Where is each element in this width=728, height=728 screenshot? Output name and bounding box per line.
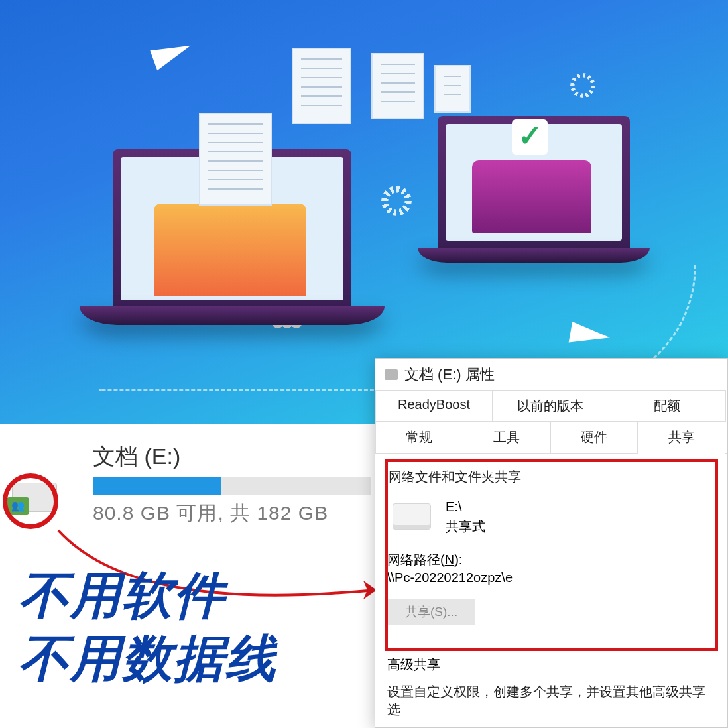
dialog-title: 文档 (E:) 属性 <box>404 365 495 385</box>
advanced-share-desc: 设置自定义权限，创建多个共享，并设置其他高级共享选 <box>387 683 715 719</box>
drive-thumb-icon <box>393 503 431 530</box>
tab-previous[interactable]: 以前的版本 <box>492 390 609 422</box>
tab-strip: ReadyBoost 以前的版本 配额 常规 工具 硬件 共享 <box>375 391 727 454</box>
document-icon <box>434 65 471 113</box>
promo-captions: 不用软件 不用数据线 <box>19 564 277 690</box>
paper-plane-icon <box>569 322 612 349</box>
document-icon <box>199 113 272 206</box>
share-button[interactable]: 共享(S)... <box>387 599 475 625</box>
caption-line-2: 不用数据线 <box>19 627 277 690</box>
paper-plane-icon <box>150 37 194 71</box>
folder-icon <box>154 204 306 296</box>
tab-readyboost[interactable]: ReadyBoost <box>375 390 493 422</box>
folder-icon <box>472 160 591 233</box>
dialog-titlebar[interactable]: 文档 (E:) 属性 <box>375 359 727 391</box>
share-path: E:\ <box>446 497 485 516</box>
document-icon <box>371 53 424 119</box>
loading-spinner-icon <box>570 73 595 98</box>
checkmark-icon <box>512 119 548 155</box>
share-status: 共享式 <box>446 516 485 536</box>
document-icon <box>292 48 351 124</box>
tab-general[interactable]: 常规 <box>375 421 463 453</box>
advanced-share-label: 高级共享 <box>387 656 715 674</box>
network-path-value: \\Pc-20220212ozpz\e <box>387 570 715 585</box>
laptop-base <box>80 306 385 325</box>
drive-small-icon <box>385 369 398 380</box>
tab-tools[interactable]: 工具 <box>463 421 551 453</box>
caption-line-1: 不用软件 <box>19 564 277 627</box>
laptop-base <box>418 248 650 263</box>
tab-quota[interactable]: 配额 <box>609 390 726 422</box>
network-path-label-text: 网络路径(N): <box>387 552 462 567</box>
drive-free-text: 80.8 GB 可用, 共 182 GB <box>93 500 361 527</box>
loading-spinner-icon <box>381 186 412 216</box>
tab-hardware[interactable]: 硬件 <box>550 421 638 453</box>
drive-usage-fill <box>93 477 221 495</box>
sharing-panel: 网络文件和文件夹共享 E:\ 共享式 网络路径(N): \\Pc-2022021… <box>375 454 727 725</box>
properties-dialog: 文档 (E:) 属性 ReadyBoost 以前的版本 配额 常规 工具 硬件 … <box>375 358 728 728</box>
drive-usage-bar <box>93 477 371 495</box>
network-share-group-label: 网络文件和文件夹共享 <box>389 468 714 486</box>
tab-sharing[interactable]: 共享 <box>637 421 725 453</box>
share-overlay-icon: 👥 <box>7 497 29 515</box>
drive-label: 文档 (E:) <box>93 442 361 472</box>
